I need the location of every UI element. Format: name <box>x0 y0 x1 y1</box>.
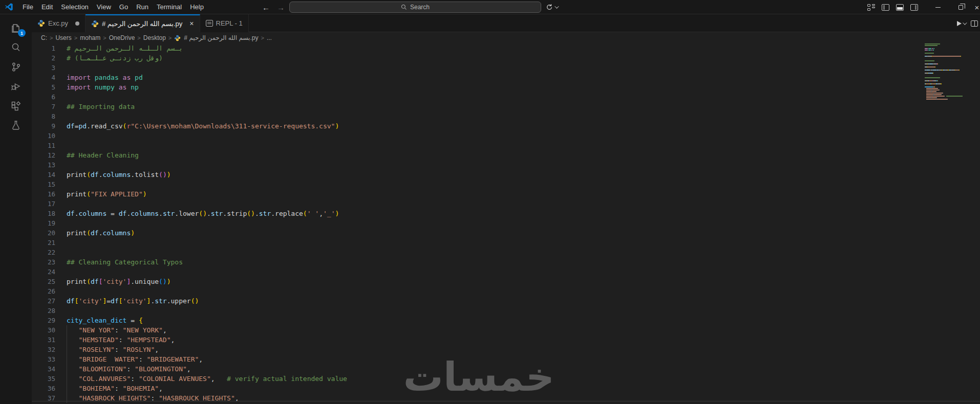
sidebar-item-explorer[interactable]: 1 <box>0 18 32 38</box>
breadcrumb-item[interactable]: OneDrive <box>108 34 136 41</box>
chevron-down-icon <box>555 4 559 8</box>
sidebar-item-extensions[interactable] <box>0 96 32 116</box>
minimap-line <box>925 56 961 57</box>
menu-help[interactable]: Help <box>186 0 208 14</box>
code-lines: 1# بـسم الـلـه الـرحمن الـرحيم2# (وقل رب… <box>32 43 980 403</box>
line-number: 14 <box>32 170 55 179</box>
code-line: 27df['city']=df['city'].str.upper() <box>32 296 980 306</box>
line-number: 35 <box>32 374 55 384</box>
minimize-button[interactable] <box>927 0 949 14</box>
play-icon <box>957 21 962 26</box>
python-file-icon <box>37 19 45 27</box>
sidebar-item-testing[interactable] <box>0 116 32 135</box>
unsaved-dot-icon[interactable] <box>75 21 79 26</box>
python-file-icon <box>174 35 181 41</box>
forward-arrow-icon[interactable]: → <box>277 3 285 12</box>
menu-selection[interactable]: Selection <box>57 0 92 14</box>
line-number: 3 <box>32 63 55 73</box>
code-line: 10 <box>32 131 980 141</box>
line-number: 24 <box>32 267 55 277</box>
breadcrumb-item[interactable]: ... <box>266 34 273 41</box>
back-arrow-icon[interactable]: ← <box>262 3 270 12</box>
command-center-search[interactable]: Search <box>289 2 541 13</box>
breadcrumb-separator: > <box>103 35 106 41</box>
tab-exc-py[interactable]: Exc.py <box>32 14 86 32</box>
tab-bismillah-py[interactable]: # بسم الله الرحمن الرحيم.py × <box>86 14 200 32</box>
customize-layout-icon[interactable] <box>867 4 875 11</box>
code-content: print(df.columns.tolist()) <box>55 170 171 179</box>
run-python-file-button[interactable] <box>957 21 966 26</box>
code-content: df['city']=df['city'].str.upper() <box>55 296 199 306</box>
menu-go[interactable]: Go <box>115 0 132 14</box>
menu-run[interactable]: Run <box>132 0 153 14</box>
code-content <box>55 160 67 170</box>
breadcrumb-separator: > <box>168 35 172 41</box>
title-bar: FileEditSelectionViewGoRunTerminalHelp ←… <box>0 0 980 14</box>
close-tab-icon[interactable]: × <box>189 20 194 27</box>
breadcrumb-item[interactable]: # بسم الله الرحمن الرحيم.py <box>183 34 259 41</box>
breadcrumb-separator: > <box>137 35 140 41</box>
code-content: print(df['city'].unique()) <box>55 277 171 286</box>
code-line: 2# (وقل رب زدنـى عـلـمـا) <box>32 53 980 63</box>
sidebar-item-source-control[interactable] <box>0 57 32 77</box>
line-number: 7 <box>32 102 55 111</box>
breadcrumb-item[interactable]: moham <box>79 34 101 41</box>
code-content: print("FIX APPLIED") <box>55 189 147 199</box>
breadcrumb-item[interactable]: Users <box>54 34 72 41</box>
toggle-panel-icon[interactable] <box>896 4 904 11</box>
line-number: 2 <box>32 53 55 63</box>
code-content: print(df.columns) <box>55 228 135 238</box>
code-line: 15 <box>32 179 980 189</box>
toggle-secondary-sidebar-icon[interactable] <box>910 4 918 11</box>
code-content: "ROSELYN": "ROSLYN", <box>55 345 159 354</box>
minimap-line <box>925 94 942 95</box>
minimap-line <box>925 93 943 94</box>
toggle-primary-sidebar-icon[interactable] <box>882 4 889 11</box>
code-content <box>55 199 67 209</box>
sidebar-item-search[interactable] <box>0 38 32 57</box>
window-controls: × <box>927 0 980 14</box>
restore-button[interactable] <box>949 0 972 14</box>
code-line: 16print("FIX APPLIED") <box>32 189 980 199</box>
sidebar-item-run-debug[interactable] <box>0 77 32 96</box>
minimap-line <box>925 53 934 54</box>
explorer-badge: 1 <box>18 29 26 37</box>
line-number: 19 <box>32 218 55 228</box>
code-content: import numpy as np <box>55 82 139 92</box>
line-number: 15 <box>32 179 55 189</box>
line-number: 4 <box>32 73 55 82</box>
line-number: 11 <box>32 141 55 150</box>
code-content: ## Header Cleaning <box>55 150 139 160</box>
tab-repl-1[interactable]: REPL - 1 <box>200 14 249 32</box>
menu-file[interactable]: File <box>18 0 37 14</box>
code-line: 20print(df.columns) <box>32 228 980 238</box>
breadcrumb-item[interactable]: C: <box>40 34 48 41</box>
close-icon: × <box>975 3 979 12</box>
minimap-line <box>925 66 935 68</box>
close-button[interactable]: × <box>972 0 980 14</box>
menu-terminal[interactable]: Terminal <box>153 0 186 14</box>
code-line: 28 <box>32 306 980 316</box>
run-and-debug-icon <box>10 80 22 93</box>
code-content: "HASBROCK HEIGHTS": "HASBROUCK HEIGHTS", <box>55 393 239 403</box>
sync-indicator[interactable] <box>546 0 558 14</box>
line-number: 34 <box>32 364 55 374</box>
line-number: 23 <box>32 257 55 267</box>
code-line: 11 <box>32 141 980 150</box>
sync-icon <box>546 4 553 11</box>
breadcrumb-item[interactable]: Desktop <box>142 34 167 41</box>
tab-label: # بسم الله الرحمن الرحيم.py <box>102 20 182 28</box>
minimap-line <box>925 70 960 71</box>
menu-view[interactable]: View <box>93 0 115 14</box>
split-editor-icon[interactable] <box>971 20 978 27</box>
line-number: 33 <box>32 354 55 364</box>
extensions-icon <box>10 100 22 112</box>
code-line: 25print(df['city'].unique()) <box>32 277 980 286</box>
line-number: 21 <box>32 238 55 248</box>
history-nav: ← → <box>262 0 285 14</box>
minimap-line <box>925 96 963 97</box>
line-number: 1 <box>32 43 55 53</box>
code-editor[interactable]: 1# بـسم الـلـه الـرحمن الـرحيم2# (وقل رب… <box>32 43 980 404</box>
minimap[interactable] <box>925 43 968 228</box>
menu-edit[interactable]: Edit <box>37 0 57 14</box>
